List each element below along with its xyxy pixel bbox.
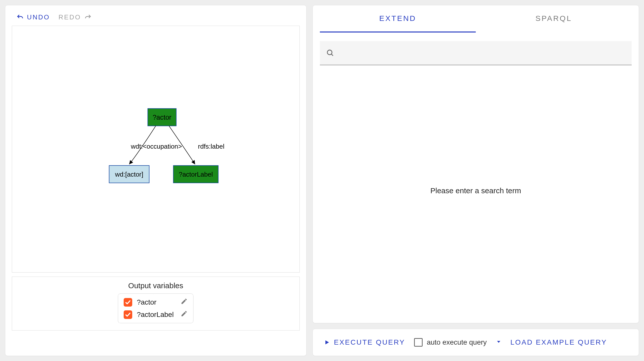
graph-edge-2-label: rdfs:label — [198, 143, 224, 150]
play-icon — [324, 339, 330, 345]
tab-bar: EXTEND SPARQL — [320, 5, 632, 32]
graph-node-leaf-1[interactable]: wd:[actor] — [109, 166, 149, 183]
check-icon — [125, 312, 131, 318]
output-variable-name: ?actorLabel — [137, 311, 176, 319]
tab-extend[interactable]: EXTEND — [320, 5, 476, 32]
check-icon — [125, 299, 131, 305]
query-footer: EXECUTE QUERY auto execute query LOAD EX… — [313, 329, 639, 356]
graph-svg: ?actor wdt:<occupation> rdfs:label wd:[a… — [12, 26, 299, 262]
output-variables-list: ?actor ?actorLabel — [118, 293, 193, 323]
undo-redo-toolbar: UNDO REDO — [12, 12, 300, 26]
undo-button[interactable]: UNDO — [16, 13, 50, 21]
load-example-query-label: LOAD EXAMPLE QUERY — [511, 338, 607, 346]
search-icon — [326, 49, 334, 57]
undo-label: UNDO — [27, 13, 50, 21]
redo-label: REDO — [58, 13, 81, 21]
output-variable-name: ?actor — [137, 298, 176, 306]
execute-query-button[interactable]: EXECUTE QUERY — [324, 338, 405, 346]
pencil-icon — [181, 310, 188, 317]
edit-variable-button[interactable] — [181, 310, 188, 319]
output-variable-checkbox[interactable] — [124, 310, 132, 319]
svg-line-4 — [331, 54, 333, 56]
edit-variable-button[interactable] — [181, 298, 188, 307]
search-input[interactable] — [334, 49, 626, 57]
graph-node-leaf-2-label: ?actorLabel — [179, 171, 213, 178]
graph-node-leaf-2[interactable]: ?actorLabel — [173, 166, 218, 183]
output-variables-panel: Output variables ?actor — [12, 277, 300, 331]
search-field[interactable] — [320, 41, 632, 65]
graph-node-leaf-1-label: wd:[actor] — [115, 171, 143, 178]
tab-extend-label: EXTEND — [379, 14, 416, 23]
auto-execute-toggle[interactable]: auto execute query — [414, 338, 487, 347]
graph-canvas[interactable]: ?actor wdt:<occupation> rdfs:label wd:[a… — [12, 26, 300, 273]
output-variables-title: Output variables — [128, 281, 183, 290]
auto-execute-label: auto execute query — [427, 338, 487, 346]
output-variable-row: ?actor — [124, 298, 188, 307]
output-variable-row: ?actorLabel — [124, 310, 188, 319]
load-example-query-button[interactable]: LOAD EXAMPLE QUERY — [511, 338, 607, 346]
tab-sparql[interactable]: SPARQL — [476, 5, 632, 32]
pencil-icon — [181, 298, 188, 305]
tab-sparql-label: SPARQL — [535, 14, 572, 23]
right-main-panel: EXTEND SPARQL Please enter a search term — [313, 5, 639, 323]
output-variable-checkbox[interactable] — [124, 298, 132, 307]
empty-search-message: Please enter a search term — [430, 186, 521, 195]
undo-icon — [16, 14, 24, 21]
redo-button: REDO — [58, 13, 92, 21]
graph-node-root-label: ?actor — [153, 114, 172, 121]
extend-results-area: Please enter a search term — [320, 65, 632, 316]
caret-down-icon — [496, 339, 501, 345]
execute-query-label: EXECUTE QUERY — [334, 338, 405, 346]
svg-point-3 — [327, 50, 332, 55]
auto-execute-menu-button[interactable] — [496, 339, 501, 346]
auto-execute-checkbox[interactable] — [414, 338, 423, 347]
graph-node-root[interactable]: ?actor — [148, 109, 176, 126]
redo-icon — [84, 14, 92, 21]
graph-edge-1-label: wdt:<occupation> — [131, 143, 182, 150]
